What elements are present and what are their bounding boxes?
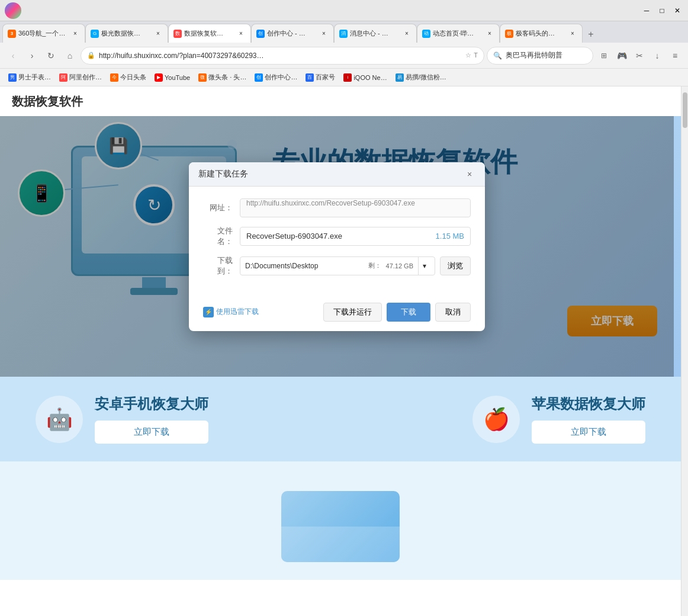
tabs-bar: 3 360导航_一个… × G 极光数据恢… × 数 数据恢复软… × 创 创作… — [0, 21, 688, 43]
modal-title: 新建下载任务 — [198, 169, 248, 179]
maximize-button[interactable]: □ — [656, 5, 668, 17]
path-input[interactable]: D:\Documents\Desktop 剩： 47.12 GB ▾ — [240, 256, 435, 275]
extra-content — [12, 473, 669, 562]
bm-label-weitou: 微头条 · 头… — [208, 73, 246, 82]
tab-close-3[interactable]: × — [236, 29, 246, 38]
tab-favicon-4: 创 — [256, 30, 265, 38]
download-run-button[interactable]: 下载并运行 — [323, 303, 382, 322]
tab-close-4[interactable]: × — [319, 29, 329, 38]
bm-favicon-baijia: 百 — [306, 73, 314, 82]
close-button[interactable]: ✕ — [671, 5, 683, 17]
tab-title-2: 极光数据恢… — [101, 29, 151, 38]
cancel-button[interactable]: 取消 — [435, 303, 471, 322]
title-bar: ─ □ ✕ — [0, 0, 688, 21]
minimize-button[interactable]: ─ — [641, 5, 652, 17]
refresh-button[interactable]: ↻ — [43, 47, 59, 64]
tab-7[interactable]: 极 极客码头的… × — [500, 24, 583, 43]
tab-3[interactable]: 数 数据恢复软… × — [168, 24, 251, 43]
site-header: 数据恢复软件 — [0, 86, 681, 116]
home-button[interactable]: ⌂ — [62, 47, 78, 64]
bm-label-ali: 阿里创作… — [69, 73, 102, 82]
apple-download-button[interactable]: 立即下载 — [532, 421, 645, 444]
tab-close-6[interactable]: × — [485, 29, 494, 38]
thunder-icon: ⚡ — [203, 307, 214, 317]
tab-1[interactable]: 3 360导航_一个… × — [2, 24, 85, 43]
scrollbar-thumb[interactable] — [683, 92, 687, 128]
tab-close-7[interactable]: × — [568, 29, 577, 38]
saveto-label: 下载到： — [203, 255, 233, 277]
bookmark-chuangzuo[interactable]: 创 创作中心… — [251, 70, 301, 85]
apple-card: 🍎 苹果数据恢复大师 立即下载 — [472, 394, 645, 444]
webpage: 数据恢复软件 💾 — [0, 86, 681, 616]
filename-label: 文件名： — [203, 226, 233, 247]
tab-favicon-6: 动 — [422, 30, 430, 38]
modal-filename-row: 文件名： RecoverSetup-6903047.exe 1.15 MB — [203, 226, 471, 247]
modal-header: 新建下载任务 × — [189, 162, 485, 187]
back-button[interactable]: ‹ — [5, 47, 21, 64]
bookmark-toutiao[interactable]: 今 今日头条 — [107, 70, 150, 85]
scrollbar[interactable] — [681, 86, 688, 616]
bm-favicon-weitou: 微 — [198, 73, 207, 82]
apple-title: 苹果数据恢复大师 — [532, 394, 645, 413]
address-text: http://huifu.shuxinxc.com/?plan=40073297… — [99, 52, 462, 60]
tab-close-1[interactable]: × — [70, 29, 80, 38]
tab-close-2[interactable]: × — [153, 29, 163, 38]
bookmark-baijia[interactable]: 百 百家号 — [302, 70, 339, 85]
tab-6[interactable]: 动 动态首页·哔… × — [417, 24, 500, 43]
translate-icon[interactable]: T — [474, 52, 478, 59]
search-box[interactable]: 🔍 奥巴马再批特朗普 — [487, 47, 593, 65]
android-icon-circle: 🤖 — [36, 396, 83, 443]
thunder-link[interactable]: ⚡ 使用迅雷下载 — [203, 307, 259, 317]
bookmark-nanshou[interactable]: 男 男士手表… — [5, 70, 54, 85]
tab-5[interactable]: 消 消息中心 - … × — [334, 24, 417, 43]
gamepad-icon[interactable]: 🎮 — [613, 47, 630, 64]
window-controls: ─ □ ✕ — [641, 5, 683, 17]
extra-deco — [281, 527, 400, 562]
tab-title-3: 数据恢复软… — [184, 29, 234, 38]
address-icons: ☆ T — [465, 52, 478, 59]
bm-favicon-toutiao: 今 — [110, 73, 118, 82]
browser-logo — [5, 2, 21, 19]
tab-2[interactable]: G 极光数据恢… × — [85, 24, 168, 43]
tab-4[interactable]: 创 创作中心 - … × — [251, 24, 334, 43]
filename-text: RecoverSetup-6903047.exe — [246, 232, 342, 240]
extra-illustration — [281, 491, 400, 562]
bookmark-yisou[interactable]: 易 易撰/微信粉… — [392, 70, 450, 85]
bookmark-ali[interactable]: 阿 阿里创作… — [56, 70, 105, 85]
tab-favicon-2: G — [91, 30, 99, 38]
scissors-icon[interactable]: ✂ — [631, 47, 648, 64]
star-icon[interactable]: ☆ — [465, 52, 471, 59]
bookmark-youtube[interactable]: ▶ YouTube — [151, 70, 194, 85]
tab-close-5[interactable]: × — [402, 29, 411, 38]
download-modal: 新建下载任务 × 网址： http://huifu.shuxinxc.com/R… — [189, 162, 485, 331]
apple-icon: 🍎 — [483, 407, 510, 432]
menu-icon[interactable]: ≡ — [667, 47, 683, 64]
bookmark-iqoo[interactable]: i iQOO Ne… — [340, 70, 390, 85]
url-input[interactable]: http://huifu.shuxinxc.com/RecoverSetup-6… — [240, 198, 471, 217]
download-button[interactable]: 下载 — [387, 303, 430, 322]
path-dropdown-button[interactable]: ▾ — [418, 257, 430, 275]
windows-icon[interactable]: ⊞ — [596, 47, 612, 64]
nav-bar: ‹ › ↻ ⌂ 🔒 http://huifu.shuxinxc.com/?pla… — [0, 43, 688, 69]
url-value: http://huifu.shuxinxc.com/RecoverSetup-6… — [246, 199, 415, 207]
url-label: 网址： — [203, 203, 233, 213]
bm-label-chuangzuo: 创作中心… — [265, 73, 297, 82]
tab-title-1: 360导航_一个… — [18, 29, 68, 38]
bookmark-weitou[interactable]: 微 微头条 · 头… — [195, 70, 250, 85]
bm-label-youtube: YouTube — [165, 74, 190, 81]
filename-input[interactable]: RecoverSetup-6903047.exe 1.15 MB — [240, 227, 471, 246]
free-space-label: 剩： — [368, 261, 381, 270]
new-tab-button[interactable]: + — [583, 26, 599, 43]
browse-button[interactable]: 浏览 — [440, 256, 471, 275]
bm-favicon-youtube: ▶ — [155, 73, 163, 82]
download-icon[interactable]: ↓ — [649, 47, 666, 64]
android-download-button[interactable]: 立即下载 — [95, 421, 208, 444]
tab-favicon-7: 极 — [505, 30, 513, 38]
address-bar[interactable]: 🔒 http://huifu.shuxinxc.com/?plan=400732… — [81, 47, 484, 65]
browser-frame: ─ □ ✕ 3 360导航_一个… × G 极光数据恢… × 数 数据恢复软… … — [0, 0, 688, 616]
lock-icon: 🔒 — [87, 52, 95, 59]
forward-button[interactable]: › — [24, 47, 40, 64]
modal-close-button[interactable]: × — [464, 168, 475, 180]
filesize-text: 1.15 MB — [436, 232, 464, 240]
free-space-value: 47.12 GB — [386, 262, 413, 270]
